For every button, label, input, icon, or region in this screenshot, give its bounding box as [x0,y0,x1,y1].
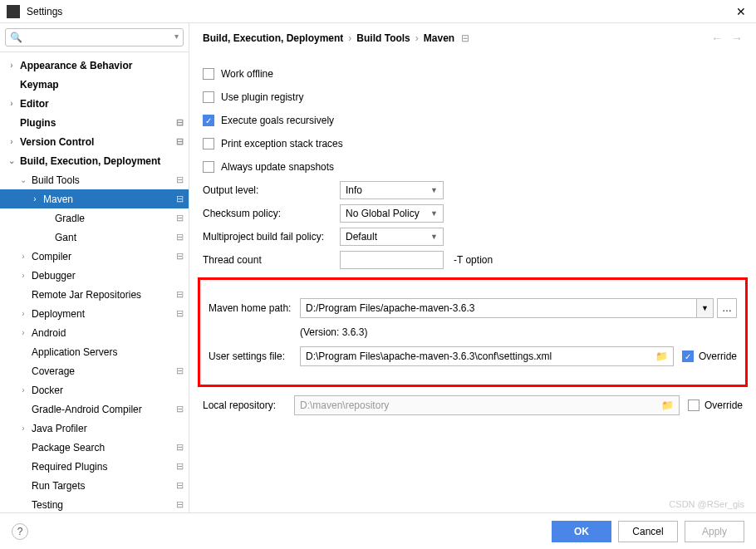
search-history-icon[interactable]: ▾ [174,32,179,41]
sidebar-item-build-execution-deployment[interactable]: ⌄Build, Execution, Deployment [0,151,189,170]
help-button[interactable]: ? [12,523,28,540]
multiproject-label: Multiproject build fail policy: [203,231,340,243]
gear-icon: ⊟ [461,32,469,44]
gear-icon: ⊟ [176,232,184,243]
sidebar-item-label: Android [28,327,184,339]
highlighted-region: Maven home path: D:/Program Files/apache… [198,277,748,387]
breadcrumb: Build, Execution, Deployment › Build Too… [189,23,756,53]
sidebar-item-android[interactable]: ›Android [0,323,189,342]
close-icon[interactable]: ✕ [733,5,749,18]
sidebar-item-label: Coverage [28,365,176,377]
maven-home-dropdown[interactable]: ▼ [697,298,714,318]
sidebar-item-docker[interactable]: ›Docker [0,380,189,399]
chevron-right-icon: › [7,99,17,108]
apply-button[interactable]: Apply [685,521,744,542]
sidebar-item-label: Gant [52,232,176,243]
sidebar-item-label: Appearance & Behavior [17,60,184,71]
chevron-right-icon: › [7,137,17,146]
gear-icon: ⊟ [176,174,184,185]
sidebar-item-compiler[interactable]: ›Compiler⊟ [0,247,189,266]
output-level-label: Output level: [203,184,340,196]
search-wrap: 🔍 ▾ [0,23,189,52]
sidebar-item-testing[interactable]: Testing⊟ [0,495,189,512]
gear-icon: ⊟ [176,136,184,147]
gear-icon: ⊟ [176,308,184,319]
chevron-down-icon: ▼ [430,233,438,241]
sidebar-item-debugger[interactable]: ›Debugger [0,266,189,285]
user-settings-input[interactable]: D:\Program Files\apache-maven-3.6.3\conf… [300,346,674,366]
sidebar-item-label: Package Search [28,442,176,453]
sidebar-item-gant[interactable]: Gant⊟ [0,228,189,247]
chevron-right-icon: › [18,309,28,318]
sidebar-item-label: Maven [40,194,176,205]
browse-button[interactable]: … [717,298,737,318]
nav-back-icon[interactable]: ← [711,32,723,45]
sidebar-item-application-servers[interactable]: Application Servers [0,342,189,361]
cancel-button[interactable]: Cancel [618,521,678,542]
always-update-checkbox[interactable] [203,161,214,173]
folder-icon[interactable]: 📁 [655,350,668,362]
sidebar-item-editor[interactable]: ›Editor [0,94,189,113]
crumb-sep: › [415,32,419,44]
content: Build, Execution, Deployment › Build Too… [189,23,756,512]
execute-goals-checkbox[interactable]: ✓ [203,115,214,126]
chevron-down-icon: ▼ [430,186,438,194]
search-input[interactable] [5,28,184,47]
sidebar-item-maven[interactable]: ›Maven⊟ [0,189,189,208]
app-icon [7,5,20,18]
sidebar-item-deployment[interactable]: ›Deployment⊟ [0,304,189,323]
gear-icon: ⊟ [176,289,184,300]
use-plugin-registry-label: Use plugin registry [221,91,303,103]
local-repo-input[interactable]: D:\maven\repository📁 [294,395,680,415]
print-exception-label: Print exception stack traces [221,138,343,150]
output-level-combo[interactable]: Info▼ [340,181,444,199]
sidebar-item-label: Build Tools [28,174,176,186]
chevron-down-icon: ▼ [430,209,438,218]
chevron-right-icon: › [18,252,28,261]
multiproject-combo[interactable]: Default▼ [340,228,444,246]
sidebar-item-label: Run Targets [28,480,176,492]
sidebar-item-version-control[interactable]: ›Version Control⊟ [0,132,189,151]
work-offline-checkbox[interactable] [203,68,214,80]
use-plugin-registry-checkbox[interactable] [203,91,214,103]
sidebar-item-plugins[interactable]: Plugins⊟ [0,113,189,132]
crumb-2[interactable]: Build Tools [356,32,410,44]
watermark: CSDN @RSer_gis [669,499,744,509]
checksum-policy-label: Checksum policy: [203,208,340,219]
sidebar-item-remote-jar-repositories[interactable]: Remote Jar Repositories⊟ [0,285,189,304]
crumb-1[interactable]: Build, Execution, Deployment [203,32,343,44]
print-exception-checkbox[interactable] [203,138,214,150]
sidebar-item-package-search[interactable]: Package Search⊟ [0,438,189,457]
chevron-right-icon: › [7,61,17,70]
gear-icon: ⊟ [176,461,184,472]
folder-icon[interactable]: 📁 [661,399,674,411]
sidebar-item-keymap[interactable]: Keymap [0,75,189,94]
checksum-policy-combo[interactable]: No Global Policy▼ [340,204,444,223]
thread-count-input[interactable] [340,251,444,269]
sidebar-item-required-plugins[interactable]: Required Plugins⊟ [0,457,189,476]
user-settings-label: User settings file: [209,350,300,362]
chevron-right-icon: › [18,328,28,337]
sidebar-item-java-profiler[interactable]: ›Java Profiler [0,419,189,438]
crumb-sep: › [348,32,351,44]
gear-icon: ⊟ [176,117,184,128]
search-icon: 🔍 [10,32,22,43]
nav-forward-icon[interactable]: → [731,32,743,45]
chevron-down-icon: ⌄ [7,156,17,165]
maven-home-input[interactable]: D:/Program Files/apache-maven-3.6.3 [300,298,697,318]
sidebar-item-label: Gradle-Android Compiler [28,404,176,415]
user-settings-override-checkbox[interactable]: ✓ [682,350,694,362]
crumb-3: Maven [424,32,454,44]
chevron-right-icon: › [18,271,28,280]
chevron-right-icon: › [18,424,28,433]
sidebar-item-gradle-android-compiler[interactable]: Gradle-Android Compiler⊟ [0,399,189,419]
local-repo-override-checkbox[interactable] [688,399,700,411]
sidebar-item-coverage[interactable]: Coverage⊟ [0,361,189,380]
sidebar-item-build-tools[interactable]: ⌄Build Tools⊟ [0,170,189,189]
sidebar-item-run-targets[interactable]: Run Targets⊟ [0,476,189,495]
sidebar-item-appearance-behavior[interactable]: ›Appearance & Behavior [0,56,189,75]
ok-button[interactable]: OK [552,521,611,542]
sidebar-item-gradle[interactable]: Gradle⊟ [0,208,189,228]
sidebar-item-label: Application Servers [28,346,184,358]
gear-icon: ⊟ [176,404,184,414]
